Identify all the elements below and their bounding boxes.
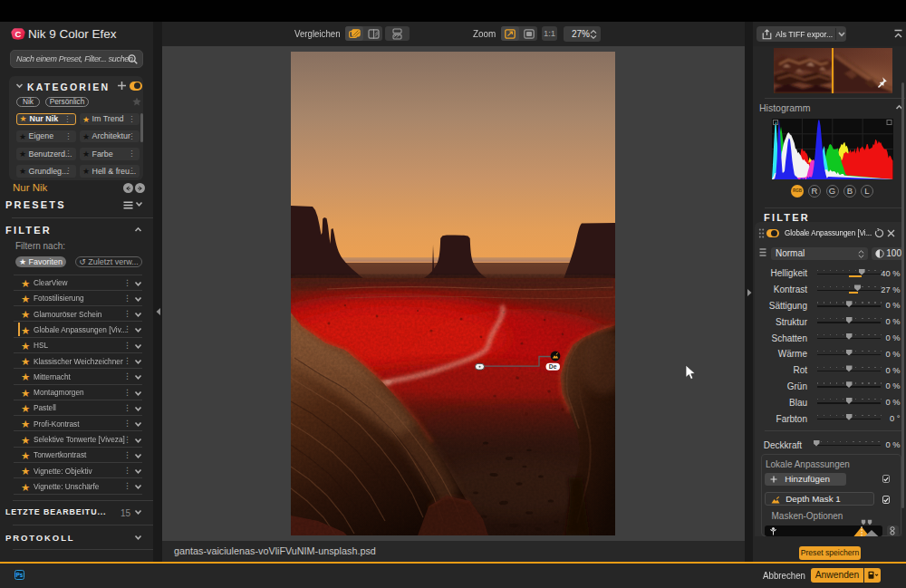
svg-text:De: De [548,363,556,370]
svg-text:C: C [15,29,22,39]
